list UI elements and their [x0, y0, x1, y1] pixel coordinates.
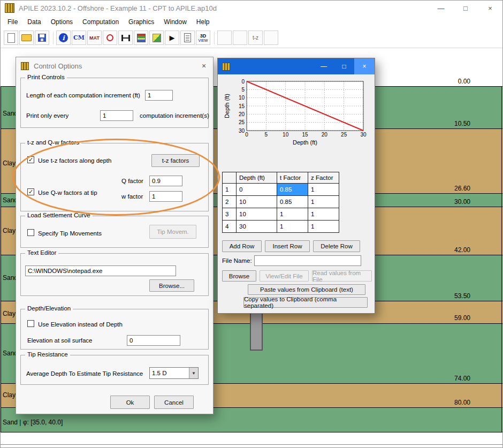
- tz-qw-group: t-z and Q-w factors ✓ Use t-z factors al…: [20, 143, 209, 211]
- soil-layer-label-bottom: Sand | φ: [35.0, 40.0]: [3, 419, 63, 426]
- add-row-button[interactable]: Add Row: [222, 240, 262, 252]
- svg-text:5: 5: [241, 87, 245, 93]
- file-name-label: File Name:: [222, 257, 252, 264]
- cell-depth[interactable]: 10: [237, 208, 277, 221]
- print-every-suffix: computation increment(s): [140, 112, 209, 119]
- profile-bottom-line: [1, 444, 503, 445]
- svg-text:Depth (ft): Depth (ft): [224, 94, 230, 118]
- group-title: Text Editor: [25, 249, 58, 256]
- group-title: Tip Resistance: [25, 351, 70, 358]
- header-t-factor: t Factor: [277, 172, 308, 184]
- svg-text:10: 10: [239, 95, 245, 101]
- tz-dialog-titlebar: — □ ×: [218, 58, 375, 74]
- w-factor-label: w factor: [121, 193, 143, 200]
- load-settlement-group: Load Settlement Curve ✓ Specify Tip Move…: [20, 216, 209, 248]
- combo-value: 1.5 D: [150, 370, 189, 376]
- svg-text:25: 25: [239, 119, 245, 125]
- row-number: 3: [223, 208, 237, 221]
- tz-table-header-row: Depth (ft) t Factor z Factor: [223, 172, 339, 184]
- print-every-label: Print only every: [26, 112, 68, 119]
- cell-z-factor[interactable]: 1: [308, 196, 339, 208]
- cell-t-factor-selected[interactable]: 0.85: [277, 184, 308, 196]
- svg-text:20: 20: [322, 132, 328, 138]
- specify-tip-label: Specify Tip Movements: [38, 230, 102, 237]
- tz-depth-chart: 051015202530051015202530Depth (ft)Depth …: [223, 78, 369, 150]
- depth-label: 74.00: [454, 375, 470, 382]
- use-tz-label: Use t-z factors along depth: [38, 157, 111, 164]
- table-row: 4 30 1 1: [223, 221, 339, 233]
- table-row: 1 0 0.85 1: [223, 184, 339, 196]
- svg-text:15: 15: [239, 103, 245, 109]
- soil-layer-label: Clay: [3, 160, 16, 167]
- apile-window: APILE 2023.10.2 - Offshore - Example 11 …: [0, 0, 503, 448]
- increment-label: Length of each computation increment (ft…: [26, 92, 140, 98]
- cell-t-factor[interactable]: 0.85: [277, 196, 308, 208]
- avg-depth-label: Average Depth To Estimate Tip Resistance: [26, 370, 143, 377]
- cell-t-factor[interactable]: 1: [277, 221, 308, 233]
- tz-browse-button[interactable]: Browse: [222, 270, 256, 282]
- use-qw-checkbox[interactable]: ✓: [27, 188, 34, 195]
- avg-depth-combo[interactable]: 1.5 D ▼: [149, 367, 199, 379]
- copy-values-button[interactable]: Copy values to Clipboard (comma separate…: [243, 297, 368, 308]
- paste-values-button[interactable]: Paste values from Clipboard (text): [248, 284, 365, 295]
- dialog-close-icon[interactable]: ×: [195, 57, 213, 74]
- depth-label: 53.50: [454, 292, 470, 300]
- tip-movements-button[interactable]: Tip Movem.: [149, 225, 196, 239]
- depth-label: 26.60: [454, 185, 470, 192]
- view-edit-file-button[interactable]: View/Edit File: [260, 270, 309, 282]
- cell-z-factor[interactable]: 1: [308, 208, 339, 221]
- cell-z-factor[interactable]: 1: [308, 184, 339, 196]
- surface-elevation-label: Elevation at soil surface: [27, 337, 92, 344]
- chevron-down-icon[interactable]: ▼: [189, 368, 198, 378]
- editor-path-input[interactable]: [25, 265, 176, 276]
- use-elevation-label: Use Elevation instead of Depth: [38, 321, 123, 328]
- tz-maximize-icon[interactable]: □: [334, 58, 354, 74]
- svg-text:15: 15: [302, 132, 308, 138]
- file-name-input[interactable]: [254, 255, 361, 266]
- increment-input[interactable]: [145, 90, 173, 101]
- group-title: Print Controls: [25, 74, 67, 80]
- cell-depth[interactable]: 0: [237, 184, 277, 196]
- insert-row-button[interactable]: Insert Row: [265, 240, 310, 252]
- depth-label: 30.00: [454, 198, 470, 206]
- svg-text:0: 0: [245, 132, 248, 138]
- cell-z-factor[interactable]: 1: [308, 221, 339, 233]
- browse-button[interactable]: Browse...: [149, 279, 194, 292]
- w-factor-input[interactable]: [149, 191, 182, 202]
- q-factor-input[interactable]: [149, 176, 182, 186]
- cell-t-factor[interactable]: 1: [277, 208, 308, 221]
- read-values-button[interactable]: Read values from File: [312, 270, 372, 282]
- tz-dialog-icon: [222, 63, 230, 71]
- use-tz-checkbox[interactable]: ✓: [27, 156, 34, 163]
- specify-tip-checkbox[interactable]: ✓: [27, 229, 34, 236]
- tz-close-icon[interactable]: ×: [354, 58, 375, 74]
- ok-button[interactable]: Ok: [110, 396, 150, 409]
- soil-layer-label: Clay: [3, 391, 16, 399]
- dialog-title: Control Options: [34, 62, 82, 70]
- svg-text:0: 0: [241, 79, 245, 85]
- depth-label: 10.50: [454, 120, 470, 127]
- q-factor-label: Q factor: [121, 178, 143, 184]
- table-row: 3 10 1 1: [223, 208, 339, 221]
- cell-depth[interactable]: 30: [237, 221, 277, 233]
- cancel-button[interactable]: Cancel: [154, 396, 194, 409]
- tz-table[interactable]: Depth (ft) t Factor z Factor 1 0 0.85 1 …: [222, 172, 339, 233]
- row-number: 2: [223, 196, 237, 208]
- use-qw-label: Use Q-w factors at tip: [38, 189, 97, 196]
- tz-minimize-icon[interactable]: —: [314, 58, 334, 74]
- control-options-titlebar: Control Options ×: [16, 57, 213, 74]
- depth-label: 59.00: [454, 314, 470, 322]
- cell-depth[interactable]: 10: [237, 196, 277, 208]
- control-options-dialog: Control Options × Print Controls Length …: [16, 57, 214, 414]
- tz-factors-button[interactable]: t-z factors: [151, 154, 200, 167]
- dialog-icon: [21, 62, 29, 70]
- delete-row-button[interactable]: Delete Row: [313, 240, 360, 252]
- use-elevation-checkbox[interactable]: ✓: [27, 320, 34, 327]
- row-number: 1: [223, 184, 237, 196]
- group-title: Load Settlement Curve: [25, 212, 93, 218]
- svg-text:20: 20: [239, 111, 245, 117]
- depth-elevation-group: Depth/Elevation ✓ Use Elevation instead …: [20, 309, 209, 350]
- print-every-input[interactable]: [100, 110, 133, 121]
- surface-elevation-input[interactable]: [127, 335, 180, 346]
- soil-layer-label: Clay: [3, 227, 16, 234]
